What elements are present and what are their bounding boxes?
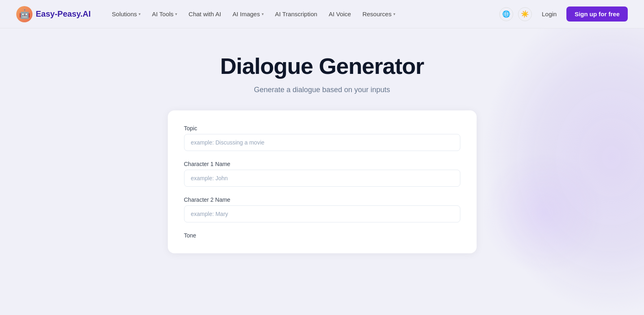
topic-label: Topic <box>184 125 460 132</box>
form-card: Topic Character 1 Name Character 2 Name … <box>168 110 477 253</box>
logo-icon: 🤖 <box>16 6 33 22</box>
login-link[interactable]: Login <box>537 7 562 21</box>
chevron-down-icon: ▾ <box>175 12 177 16</box>
chevron-down-icon: ▾ <box>139 12 141 16</box>
globe-icon: 🌐 <box>502 10 510 18</box>
globe-button[interactable]: 🌐 <box>499 7 513 21</box>
topic-input[interactable] <box>184 134 460 151</box>
logo-text: Easy-Peasy.AI <box>36 9 91 19</box>
main-content: Dialogue Generator Generate a dialogue b… <box>0 28 644 253</box>
nav-links: Solutions ▾ AI Tools ▾ Chat with AI AI I… <box>107 7 499 21</box>
character1-input[interactable] <box>184 170 460 187</box>
topic-group: Topic <box>184 125 460 151</box>
character1-label: Character 1 Name <box>184 161 460 167</box>
nav-solutions[interactable]: Solutions ▾ <box>107 7 145 21</box>
character1-group: Character 1 Name <box>184 161 460 187</box>
nav-ai-transcription[interactable]: AI Transcription <box>270 7 322 21</box>
navigation: 🤖 Easy-Peasy.AI Solutions ▾ AI Tools ▾ C… <box>0 0 644 28</box>
chevron-down-icon: ▾ <box>393 12 395 16</box>
character2-label: Character 2 Name <box>184 196 460 203</box>
character2-group: Character 2 Name <box>184 196 460 222</box>
page-title: Dialogue Generator <box>220 53 424 79</box>
logo[interactable]: 🤖 Easy-Peasy.AI <box>16 6 91 22</box>
tone-label: Tone <box>184 232 460 239</box>
character2-input[interactable] <box>184 205 460 222</box>
tone-group: Tone <box>184 232 460 239</box>
nav-chat-with-ai[interactable]: Chat with AI <box>184 7 226 21</box>
nav-ai-images[interactable]: AI Images ▾ <box>228 7 269 21</box>
logo-emoji: 🤖 <box>19 9 30 19</box>
theme-toggle-button[interactable]: ☀️ <box>518 7 532 21</box>
chevron-down-icon: ▾ <box>262 12 264 16</box>
signup-button[interactable]: Sign up for free <box>566 6 628 22</box>
theme-icon: ☀️ <box>521 10 529 18</box>
nav-ai-voice[interactable]: AI Voice <box>324 7 356 21</box>
nav-actions: 🌐 ☀️ Login Sign up for free <box>499 6 628 22</box>
nav-ai-tools[interactable]: AI Tools ▾ <box>147 7 182 21</box>
nav-resources[interactable]: Resources ▾ <box>358 7 400 21</box>
page-subtitle: Generate a dialogue based on your inputs <box>254 86 390 94</box>
